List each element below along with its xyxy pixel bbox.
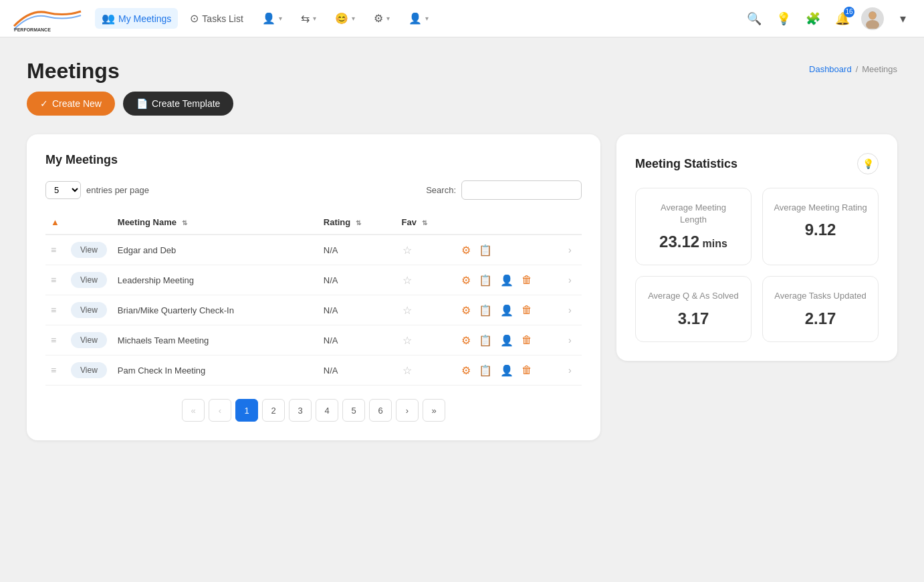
pagination: « ‹ 1 2 3 4 5 6 › »: [45, 399, 582, 422]
nav-tasks-list[interactable]: ⊙ Tasks List: [183, 8, 249, 29]
lightbulb-button[interactable]: 💡: [773, 8, 794, 29]
stat-value: 9.12: [774, 221, 867, 239]
view-button[interactable]: View: [71, 242, 107, 258]
trash-icon[interactable]: 🗑: [520, 363, 534, 378]
notification-wrap[interactable]: 🔔 16: [832, 8, 853, 29]
table-row: ≡ View Edgar and Deb N/A ☆ ⚙ 📋 ›: [45, 235, 582, 265]
row-chevron-icon[interactable]: ›: [567, 273, 573, 287]
nav-my-meetings[interactable]: 👥 My Meetings: [95, 8, 178, 29]
nav-people[interactable]: 👤 ▾: [255, 8, 289, 29]
star-icon[interactable]: ☆: [401, 273, 413, 287]
gear-icon[interactable]: ⚙: [460, 333, 472, 348]
page-prev-button[interactable]: ‹: [209, 399, 231, 422]
nav-emoji[interactable]: 😊 ▾: [328, 8, 362, 29]
star-icon[interactable]: ☆: [401, 243, 413, 257]
breadcrumb-separator: /: [856, 64, 858, 74]
create-template-button[interactable]: 📄 Create Template: [123, 92, 233, 116]
stats-info-button[interactable]: 💡: [857, 153, 879, 174]
row-chevron-icon[interactable]: ›: [567, 363, 573, 377]
puzzle-button[interactable]: 🧩: [802, 8, 824, 29]
stat-label: Average Meeting Length: [647, 202, 740, 226]
meetings-card-title: My Meetings: [45, 153, 582, 167]
star-icon[interactable]: ☆: [401, 333, 413, 347]
view-button[interactable]: View: [71, 302, 107, 318]
trash-icon[interactable]: 🗑: [520, 273, 534, 287]
emoji-icon: 😊: [335, 12, 348, 25]
nav-user2[interactable]: 👤 ▾: [402, 8, 435, 29]
breadcrumb-parent[interactable]: Dashboard: [809, 64, 852, 74]
logo[interactable]: PERFORMANCE SCORING: [11, 6, 84, 31]
people-icon: 👤: [262, 12, 275, 25]
th-row-actions: [455, 210, 562, 235]
page-next-button[interactable]: ›: [396, 399, 419, 422]
page-5-button[interactable]: 5: [342, 399, 365, 422]
user-add-icon[interactable]: 👤: [499, 303, 515, 318]
copy-icon[interactable]: 📋: [477, 303, 493, 318]
stats-title: Meeting Statistics: [635, 157, 737, 171]
th-meeting-name[interactable]: Meeting Name ⇅: [112, 210, 318, 235]
gear-icon[interactable]: ⚙: [460, 243, 472, 258]
th-fav[interactable]: Fav ⇅: [396, 210, 455, 235]
nav-settings[interactable]: ⚙ ▾: [367, 8, 396, 29]
page-1-button[interactable]: 1: [235, 399, 258, 422]
page-4-button[interactable]: 4: [316, 399, 338, 422]
star-icon[interactable]: ☆: [401, 363, 413, 378]
page-2-button[interactable]: 2: [262, 399, 285, 422]
search-label: Search:: [426, 185, 456, 195]
stat-value: 23.12 mins: [647, 233, 740, 251]
page-title: Meetings: [27, 59, 233, 84]
user2-chevron: ▾: [425, 15, 429, 22]
rating-cell: N/A: [318, 325, 396, 355]
entries-select[interactable]: 5 10 25: [45, 181, 81, 199]
user-add-icon[interactable]: 👤: [499, 363, 515, 378]
page-3-button[interactable]: 3: [289, 399, 312, 422]
search-input[interactable]: [461, 180, 582, 200]
copy-icon[interactable]: 📋: [477, 333, 493, 348]
view-button[interactable]: View: [71, 272, 107, 288]
copy-icon[interactable]: 📋: [477, 243, 493, 258]
row-actions: ⚙ 📋 👤 🗑: [460, 333, 556, 348]
th-action: [66, 210, 112, 235]
page-header: Meetings ✓ Create New 📄 Create Template …: [27, 59, 897, 116]
nav-org[interactable]: ⇆ ▾: [294, 8, 323, 29]
drag-handle[interactable]: ≡: [51, 245, 56, 255]
drag-handle[interactable]: ≡: [51, 305, 56, 315]
meetings-table: ▲ Meeting Name ⇅ Rating ⇅ Fav ⇅: [45, 210, 582, 386]
gear-icon[interactable]: ⚙: [460, 273, 472, 288]
user-chevron[interactable]: ▾: [892, 8, 913, 29]
row-chevron-icon[interactable]: ›: [567, 303, 573, 317]
create-template-icon: 📄: [136, 98, 148, 109]
gear-icon[interactable]: ⚙: [460, 303, 472, 318]
row-chevron-icon[interactable]: ›: [567, 333, 573, 347]
view-button[interactable]: View: [71, 362, 107, 378]
view-button[interactable]: View: [71, 332, 107, 348]
drag-handle[interactable]: ≡: [51, 335, 56, 345]
gear-icon[interactable]: ⚙: [460, 363, 472, 378]
meeting-name: Leadership Meeting: [112, 265, 318, 295]
page-6-button[interactable]: 6: [369, 399, 392, 422]
stats-grid: Average Meeting Length 23.12 mins Averag…: [635, 188, 879, 342]
tasks-list-icon: ⊙: [190, 12, 199, 25]
row-chevron-icon[interactable]: ›: [567, 243, 573, 257]
user-avatar[interactable]: [861, 7, 884, 30]
copy-icon[interactable]: 📋: [477, 273, 493, 288]
create-new-button[interactable]: ✓ Create New: [27, 92, 115, 116]
user-add-icon[interactable]: 👤: [499, 273, 515, 288]
th-rating[interactable]: Rating ⇅: [318, 210, 396, 235]
trash-icon[interactable]: 🗑: [520, 303, 534, 317]
page-first-button[interactable]: «: [182, 399, 205, 422]
user-add-icon[interactable]: 👤: [499, 333, 515, 348]
user2-icon: 👤: [409, 12, 422, 25]
nav-my-meetings-label: My Meetings: [118, 13, 171, 24]
drag-handle[interactable]: ≡: [51, 275, 56, 285]
trash-icon[interactable]: 🗑: [520, 333, 534, 347]
stat-label: Average Q & As Solved: [647, 290, 740, 302]
stat-box-avg-rating: Average Meeting Rating 9.12: [762, 188, 879, 265]
meeting-name: Edgar and Deb: [112, 235, 318, 265]
table-row: ≡ View Pam Check In Meeting N/A ☆ ⚙ 📋 👤 …: [45, 355, 582, 386]
page-last-button[interactable]: »: [423, 399, 445, 422]
copy-icon[interactable]: 📋: [477, 363, 493, 378]
star-icon[interactable]: ☆: [401, 303, 413, 317]
search-button[interactable]: 🔍: [743, 8, 765, 29]
drag-handle[interactable]: ≡: [51, 365, 56, 376]
